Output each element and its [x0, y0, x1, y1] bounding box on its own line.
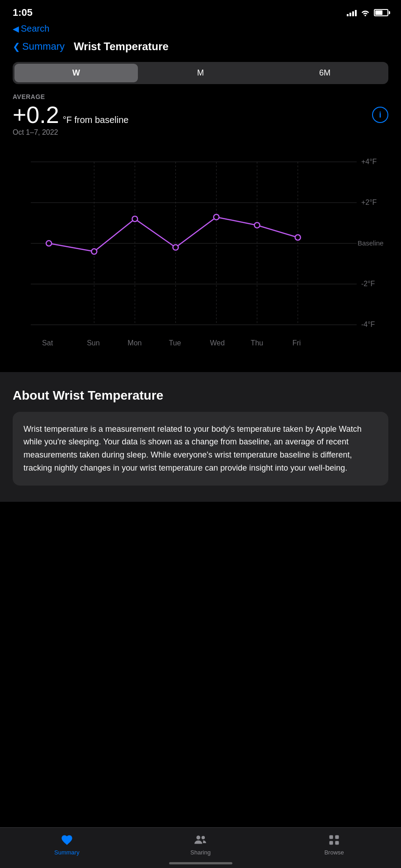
- svg-text:Fri: Fri: [292, 339, 301, 347]
- tab-browse[interactable]: Browse: [316, 833, 352, 856]
- summary-link[interactable]: ❮ Summary: [13, 41, 65, 52]
- grid-icon: [327, 833, 341, 847]
- svg-rect-33: [330, 835, 333, 839]
- back-chevron-icon: ◀: [13, 24, 19, 34]
- page-header: ❮ Summary Wrist Temperature: [0, 38, 401, 62]
- back-navigation: ◀ Search: [0, 23, 401, 38]
- signal-icon: [347, 9, 357, 16]
- tab-sixmonth[interactable]: 6M: [263, 64, 387, 82]
- svg-rect-34: [335, 835, 339, 839]
- svg-point-25: [91, 249, 97, 254]
- about-card: Wrist temperature is a measurement relat…: [13, 412, 388, 486]
- chart-value-unit: °F from baseline: [63, 115, 129, 125]
- battery-icon: [374, 9, 388, 16]
- chart-section: AVERAGE +0.2 °F from baseline i Oct 1–7,…: [0, 93, 401, 372]
- chart-container: +4°F +2°F Baseline -2°F -4°F Sat Sun Mon…: [13, 144, 388, 372]
- tab-week[interactable]: W: [14, 64, 138, 82]
- about-description: Wrist temperature is a measurement relat…: [24, 423, 377, 475]
- svg-rect-35: [330, 841, 333, 844]
- about-title: About Wrist Temperature: [13, 388, 388, 403]
- svg-text:Wed: Wed: [210, 339, 225, 347]
- about-section: About Wrist Temperature Wrist temperatur…: [0, 372, 401, 502]
- period-tab-group: W M 6M: [13, 62, 388, 84]
- search-back-link[interactable]: ◀ Search: [13, 24, 388, 34]
- svg-text:+2°F: +2°F: [361, 198, 377, 206]
- status-bar: 1:05: [0, 0, 401, 23]
- summary-chevron-icon: ❮: [13, 41, 20, 52]
- status-icons: [347, 9, 388, 16]
- svg-rect-0: [13, 144, 388, 370]
- svg-text:Sun: Sun: [87, 339, 99, 347]
- svg-point-26: [132, 216, 137, 222]
- svg-point-28: [214, 214, 219, 220]
- svg-point-24: [46, 241, 52, 246]
- chart-value-main: +0.2: [13, 103, 59, 127]
- svg-text:Sat: Sat: [42, 339, 53, 347]
- chart-value-display: +0.2 °F from baseline: [13, 103, 129, 127]
- tab-summary[interactable]: Summary: [49, 833, 85, 856]
- svg-text:+4°F: +4°F: [361, 158, 377, 165]
- tab-month[interactable]: M: [139, 64, 262, 82]
- summary-link-label: Summary: [22, 41, 65, 52]
- svg-text:Tue: Tue: [169, 339, 181, 347]
- home-indicator: [169, 862, 232, 864]
- tab-sharing[interactable]: Sharing: [182, 833, 218, 856]
- svg-point-27: [173, 245, 178, 250]
- search-label: Search: [21, 24, 49, 34]
- svg-text:-4°F: -4°F: [361, 321, 375, 328]
- status-time: 1:05: [13, 7, 33, 19]
- svg-point-31: [197, 835, 201, 840]
- tab-browse-label: Browse: [324, 849, 344, 856]
- tab-summary-label: Summary: [54, 849, 80, 856]
- svg-point-32: [202, 836, 205, 840]
- svg-text:Thu: Thu: [251, 339, 264, 347]
- chart-date: Oct 1–7, 2022: [13, 128, 388, 137]
- temperature-chart: +4°F +2°F Baseline -2°F -4°F Sat Sun Mon…: [13, 144, 388, 370]
- svg-point-30: [295, 235, 301, 240]
- svg-point-29: [255, 222, 260, 228]
- svg-rect-36: [335, 841, 339, 844]
- people-icon: [193, 833, 208, 847]
- tab-sharing-label: Sharing: [190, 849, 211, 856]
- wifi-icon: [360, 9, 370, 16]
- average-label: AVERAGE: [13, 93, 388, 100]
- svg-text:Baseline: Baseline: [358, 239, 384, 247]
- heart-icon: [60, 833, 74, 847]
- info-button[interactable]: i: [372, 107, 388, 123]
- svg-text:-2°F: -2°F: [361, 280, 375, 288]
- page-title: Wrist Temperature: [74, 40, 169, 53]
- chart-value-row: +0.2 °F from baseline i: [13, 103, 388, 127]
- svg-text:Mon: Mon: [127, 339, 142, 347]
